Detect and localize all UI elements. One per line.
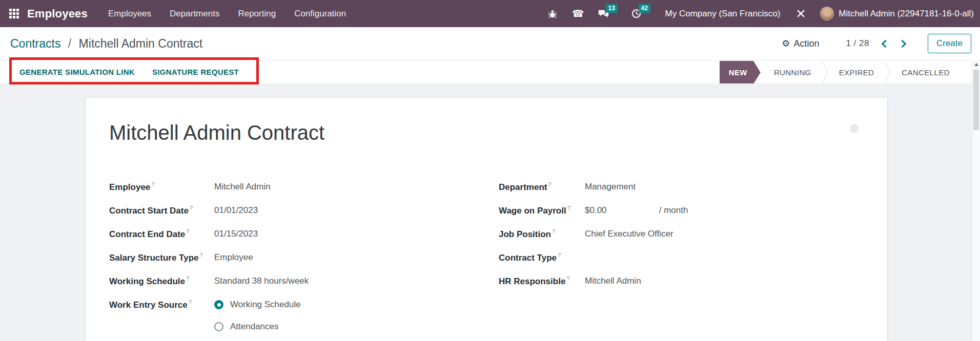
- user-menu[interactable]: Mitchell Admin (22947181-16-0-all): [839, 9, 974, 19]
- app-brand[interactable]: Employees: [27, 7, 88, 20]
- main-menu: Employees Departments Reporting Configur…: [108, 9, 346, 19]
- salary-structure-type-label: Salary Structure Type: [109, 253, 198, 263]
- status-step-separator: [887, 61, 888, 84]
- control-panel-right: ⚙ Action 1 / 28 Create: [782, 34, 971, 53]
- help-icon: ?: [151, 181, 154, 187]
- action-menu-button[interactable]: ⚙ Action: [782, 38, 819, 49]
- department-value[interactable]: Management: [585, 182, 636, 192]
- company-switcher[interactable]: My Company (San Francisco): [665, 9, 781, 19]
- breadcrumb-contracts-link[interactable]: Contracts: [10, 37, 60, 50]
- help-icon: ?: [548, 181, 551, 187]
- activity-count-badge: 42: [639, 4, 650, 13]
- form-button-row: GENERATE SIMULATION LINK SIGNATURE REQUE…: [0, 60, 972, 83]
- employee-label: Employee: [109, 182, 150, 192]
- contract-start-date-label: Contract Start Date: [109, 206, 189, 216]
- field-row-job-position: Job Position? Chief Executive Officer: [499, 222, 827, 246]
- scrollbar-thumb[interactable]: [973, 70, 979, 130]
- navbar-right: ☎ 13 42 My Company (San Francisco) Mitch…: [533, 7, 974, 20]
- smart-buttons: GENERATE SIMULATION LINK SIGNATURE REQUE…: [19, 60, 239, 83]
- form-left-column: Employee? Mitchell Admin Contract Start …: [109, 175, 417, 337]
- help-icon: ?: [552, 228, 555, 235]
- menu-reporting[interactable]: Reporting: [238, 9, 276, 19]
- record-pager-count: 1 / 28: [846, 38, 869, 49]
- breadcrumb: Contracts / Mitchell Admin Contract: [10, 37, 202, 51]
- pager-next-icon[interactable]: [899, 39, 907, 48]
- wage-amount-value[interactable]: $0.00: [585, 205, 657, 216]
- help-icon: ?: [186, 228, 189, 235]
- help-icon: ?: [199, 252, 202, 258]
- help-icon: ?: [186, 275, 189, 282]
- status-step-new[interactable]: NEW: [720, 61, 761, 84]
- field-row-contract-end-date: Contract End Date? 01/15/2023: [109, 222, 417, 246]
- employee-value[interactable]: Mitchell Admin: [214, 182, 271, 192]
- working-schedule-value[interactable]: Standard 38 hours/week: [214, 276, 309, 286]
- apps-grid-icon[interactable]: [9, 9, 19, 18]
- contract-end-date-label: Contract End Date: [109, 229, 185, 239]
- bug-icon[interactable]: [546, 8, 559, 20]
- breadcrumb-current: Mitchell Admin Contract: [79, 37, 203, 50]
- status-step-expired[interactable]: EXPIRED: [826, 61, 888, 84]
- field-row-attendances-option: Attendances: [214, 316, 417, 337]
- field-row-employee: Employee? Mitchell Admin: [109, 175, 417, 199]
- radio-working-schedule-selected[interactable]: [214, 300, 223, 309]
- field-row-contract-start-date: Contract Start Date? 01/01/2023: [109, 199, 417, 222]
- status-step-separator: [825, 61, 826, 84]
- contract-start-date-value[interactable]: 01/01/2023: [214, 205, 258, 216]
- contract-title: Mitchell Admin Contract: [109, 121, 324, 144]
- control-panel: Contracts / Mitchell Admin Contract ⚙ Ac…: [0, 27, 980, 60]
- salary-structure-type-value[interactable]: Employee: [214, 252, 253, 263]
- hr-responsible-value[interactable]: Mitchell Admin: [585, 276, 641, 286]
- form-view-background: Mitchell Admin Contract Employee? Mitche…: [0, 83, 980, 341]
- user-avatar[interactable]: [820, 7, 834, 20]
- field-row-salary-structure-type: Salary Structure Type? Employee: [109, 246, 417, 269]
- create-button[interactable]: Create: [928, 34, 971, 53]
- job-position-label: Job Position: [499, 229, 551, 239]
- department-label: Department: [499, 182, 547, 192]
- radio-attendances-unselected[interactable]: [214, 322, 223, 331]
- menu-employees[interactable]: Employees: [108, 9, 151, 19]
- radio-attendances-label[interactable]: Attendances: [230, 322, 279, 332]
- radio-working-schedule-label[interactable]: Working Schedule: [230, 300, 301, 310]
- contract-end-date-value[interactable]: 01/15/2023: [214, 229, 258, 239]
- work-entry-source-label: Work Entry Source: [109, 300, 188, 310]
- statusbar: NEW RUNNING EXPIRED CANCELLED: [720, 61, 963, 84]
- help-icon: ?: [558, 252, 561, 258]
- pager-previous-icon[interactable]: [882, 39, 890, 48]
- field-row-wage-on-payroll: Wage on Payroll? $0.00 / month: [499, 199, 827, 222]
- field-row-work-entry-source: Work Entry Source? Working Schedule: [109, 293, 417, 316]
- field-row-working-schedule: Working Schedule? Standard 38 hours/week: [109, 269, 417, 293]
- menu-configuration[interactable]: Configuration: [294, 9, 346, 19]
- record-status-circle: [850, 124, 859, 133]
- wage-period-suffix: / month: [659, 205, 688, 215]
- working-schedule-label: Working Schedule: [109, 276, 185, 286]
- status-step-running[interactable]: RUNNING: [761, 61, 825, 84]
- generate-simulation-link-button[interactable]: GENERATE SIMULATION LINK: [19, 68, 135, 76]
- field-row-department: Department? Management: [499, 175, 827, 199]
- top-navbar: Employees Employees Departments Reportin…: [0, 0, 980, 27]
- menu-departments[interactable]: Departments: [170, 9, 219, 19]
- activity-clock-icon[interactable]: 42: [630, 8, 643, 20]
- vertical-scrollbar[interactable]: [972, 60, 980, 341]
- messages-count-badge: 13: [606, 4, 618, 13]
- action-label: Action: [793, 38, 819, 49]
- help-icon: ?: [567, 205, 570, 211]
- help-icon: ?: [566, 275, 569, 282]
- wage-on-payroll-label: Wage on Payroll: [499, 206, 566, 216]
- status-step-cancelled[interactable]: CANCELLED: [888, 61, 963, 84]
- form-right-column: Department? Management Wage on Payroll? …: [499, 175, 827, 293]
- job-position-value[interactable]: Chief Executive Officer: [585, 229, 673, 239]
- contract-type-label: Contract Type: [499, 253, 557, 263]
- messages-icon[interactable]: 13: [598, 8, 610, 20]
- field-row-contract-type: Contract Type?: [499, 246, 827, 269]
- field-row-hr-responsible: HR Responsible? Mitchell Admin: [499, 269, 827, 293]
- contract-form-sheet: Mitchell Admin Contract Employee? Mitche…: [85, 97, 888, 341]
- debug-tools-icon[interactable]: [794, 8, 807, 20]
- scrollbar-up-arrow-icon[interactable]: [974, 63, 978, 66]
- hr-responsible-label: HR Responsible: [499, 276, 565, 286]
- gear-icon: ⚙: [782, 38, 790, 49]
- breadcrumb-separator: /: [68, 37, 71, 50]
- help-icon: ?: [190, 205, 193, 211]
- signature-request-button[interactable]: SIGNATURE REQUEST: [152, 68, 239, 76]
- phone-icon[interactable]: ☎: [572, 8, 584, 20]
- help-icon: ?: [189, 299, 192, 305]
